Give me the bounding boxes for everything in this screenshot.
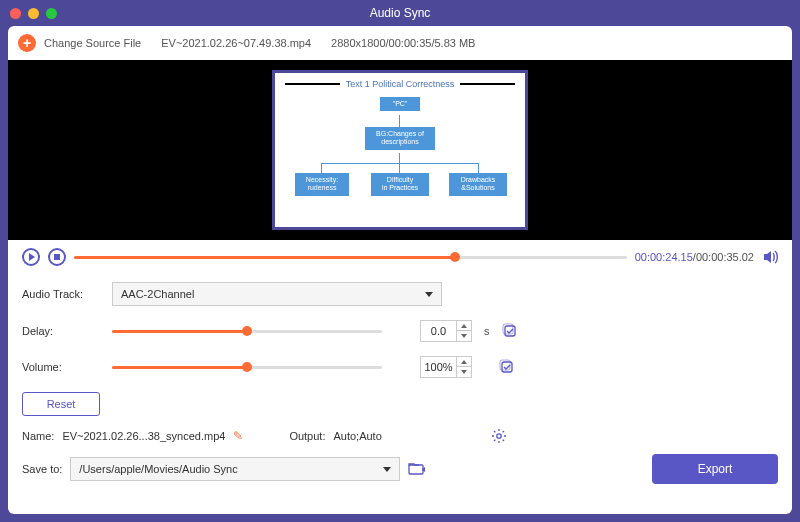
output-label: Output: bbox=[289, 430, 325, 442]
play-button[interactable] bbox=[22, 248, 40, 266]
preview-content: Text 1 Political Correctness "PC" BG:Cha… bbox=[272, 70, 528, 230]
output-value: Auto;Auto bbox=[333, 430, 483, 442]
edit-name-icon[interactable]: ✎ bbox=[233, 429, 243, 443]
slide-heading: Text 1 Political Correctness bbox=[346, 79, 455, 89]
name-label: Name: bbox=[22, 430, 54, 442]
change-source-label: Change Source File bbox=[44, 37, 141, 49]
saveto-label: Save to: bbox=[22, 463, 62, 475]
volume-step-up[interactable] bbox=[457, 357, 471, 367]
name-value: EV~2021.02.26...38_synced.mp4 bbox=[62, 430, 225, 442]
audio-track-label: Audio Track: bbox=[22, 288, 100, 300]
saveto-value: /Users/apple/Movies/Audio Sync bbox=[79, 463, 237, 475]
bottom-section: Name: EV~2021.02.26...38_synced.mp4 ✎ Ou… bbox=[8, 424, 792, 494]
delay-slider[interactable] bbox=[112, 330, 382, 333]
source-bar: + Change Source File EV~2021.02.26~07.49… bbox=[8, 26, 792, 60]
total-time: 00:00:35.02 bbox=[696, 251, 754, 263]
volume-step-down[interactable] bbox=[457, 367, 471, 377]
delay-label: Delay: bbox=[22, 325, 100, 337]
audio-track-select[interactable]: AAC-2Channel bbox=[112, 282, 442, 306]
export-button[interactable]: Export bbox=[652, 454, 778, 484]
volume-slider[interactable] bbox=[112, 366, 382, 369]
saveto-select[interactable]: /Users/apple/Movies/Audio Sync bbox=[70, 457, 400, 481]
reset-button[interactable]: Reset bbox=[22, 392, 100, 416]
source-meta: 2880x1800/00:00:35/5.83 MB bbox=[331, 37, 475, 49]
chevron-down-icon bbox=[425, 292, 433, 297]
progress-slider[interactable] bbox=[74, 256, 627, 259]
open-folder-icon[interactable] bbox=[408, 461, 426, 477]
delay-step-up[interactable] bbox=[457, 321, 471, 331]
delay-input[interactable]: 0.0 bbox=[420, 320, 472, 342]
svg-rect-5 bbox=[409, 465, 423, 474]
output-settings-icon[interactable] bbox=[491, 428, 507, 444]
close-window-button[interactable] bbox=[10, 8, 21, 19]
audio-track-value: AAC-2Channel bbox=[121, 288, 194, 300]
volume-input[interactable]: 100% bbox=[420, 356, 472, 378]
titlebar: Audio Sync bbox=[0, 0, 800, 26]
volume-apply-icon[interactable] bbox=[499, 359, 515, 375]
current-time: 00:00:24.15 bbox=[635, 251, 693, 263]
delay-step-down[interactable] bbox=[457, 331, 471, 341]
volume-value: 100% bbox=[421, 361, 456, 373]
maximize-window-button[interactable] bbox=[46, 8, 57, 19]
plus-icon: + bbox=[18, 34, 36, 52]
window-controls bbox=[10, 8, 57, 19]
stop-button[interactable] bbox=[48, 248, 66, 266]
time-display: 00:00:24.15/00:00:35.02 bbox=[635, 251, 754, 263]
slide-diagram: "PC" BG:Changes of descriptions Necessit… bbox=[285, 93, 515, 221]
video-preview[interactable]: Text 1 Political Correctness "PC" BG:Cha… bbox=[8, 60, 792, 240]
controls-section: Audio Track: AAC-2Channel Delay: 0.0 s V… bbox=[8, 274, 792, 424]
source-filename: EV~2021.02.26~07.49.38.mp4 bbox=[161, 37, 311, 49]
chevron-down-icon bbox=[383, 467, 391, 472]
window-title: Audio Sync bbox=[370, 6, 431, 20]
volume-label: Volume: bbox=[22, 361, 100, 373]
delay-value: 0.0 bbox=[421, 325, 456, 337]
change-source-button[interactable]: + Change Source File bbox=[18, 34, 141, 52]
delay-apply-icon[interactable] bbox=[502, 323, 518, 339]
speaker-icon[interactable] bbox=[762, 249, 778, 265]
delay-unit: s bbox=[484, 325, 490, 337]
main-panel: + Change Source File EV~2021.02.26~07.49… bbox=[8, 26, 792, 514]
transport-bar: 00:00:24.15/00:00:35.02 bbox=[8, 240, 792, 274]
minimize-window-button[interactable] bbox=[28, 8, 39, 19]
svg-point-4 bbox=[497, 434, 501, 438]
